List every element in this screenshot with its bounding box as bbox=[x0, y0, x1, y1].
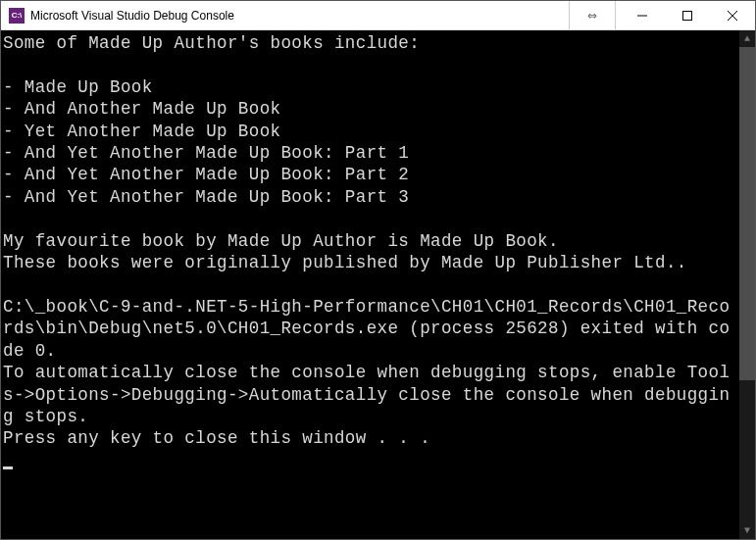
auto-close-hint: To automatically close the console when … bbox=[3, 363, 730, 426]
maximize-button[interactable] bbox=[665, 1, 710, 29]
console-area: Some of Made Up Author's books include: … bbox=[1, 30, 755, 539]
favourite-line: My favourite book by Made Up Author is M… bbox=[3, 231, 559, 251]
scroll-up-arrow[interactable]: ▲ bbox=[739, 30, 755, 47]
minimize-button[interactable] bbox=[620, 1, 665, 29]
console-output[interactable]: Some of Made Up Author's books include: … bbox=[1, 30, 739, 539]
drag-handle-icon[interactable]: ⇔ bbox=[569, 1, 616, 29]
vertical-scrollbar[interactable]: ▲ ▼ bbox=[739, 30, 755, 539]
intro-line: Some of Made Up Author's books include: bbox=[3, 33, 420, 53]
app-icon: C:\ bbox=[9, 8, 25, 24]
book-list: - Made Up Book - And Another Made Up Boo… bbox=[3, 77, 409, 207]
svg-rect-1 bbox=[683, 11, 692, 20]
publisher-line: These books were originally published by… bbox=[3, 253, 687, 272]
scrollbar-thumb[interactable] bbox=[739, 47, 755, 380]
exit-line: C:\_book\C-9-and-.NET-5-High-Performance… bbox=[3, 297, 730, 361]
close-button[interactable] bbox=[710, 1, 755, 29]
window-titlebar: C:\ Microsoft Visual Studio Debug Consol… bbox=[1, 1, 755, 30]
press-key-prompt: Press any key to close this window . . . bbox=[3, 428, 441, 448]
text-cursor bbox=[3, 466, 13, 469]
window-title: Microsoft Visual Studio Debug Console bbox=[30, 9, 569, 23]
window-controls: ⇔ bbox=[569, 1, 755, 29]
scroll-down-arrow[interactable]: ▼ bbox=[739, 522, 755, 539]
